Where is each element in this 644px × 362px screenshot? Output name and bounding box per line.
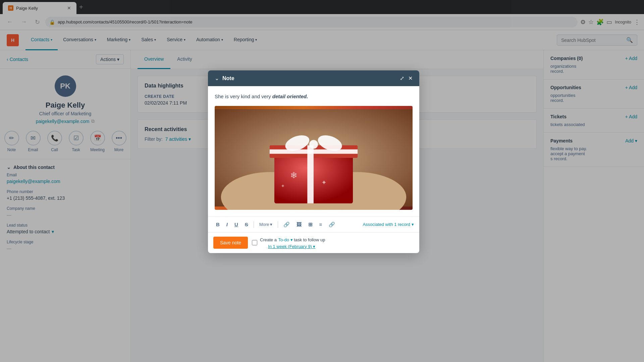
modal-collapse-button[interactable]: ⌄	[215, 75, 219, 81]
toolbar-separator-1	[254, 221, 254, 228]
modal-close-button[interactable]: ✕	[408, 75, 413, 81]
modal-expand-button[interactable]: ⤢	[400, 75, 404, 81]
save-note-button[interactable]: Save note	[213, 237, 248, 249]
associated-record-button[interactable]: Associated with 1 record ▾	[363, 222, 414, 227]
modal-footer: Save note Create a To-do ▾ task to follo…	[208, 232, 419, 253]
modal-title: Note	[222, 75, 234, 81]
modal-header: ⌄ Note ⤢ ✕	[208, 70, 419, 86]
todo-type-button[interactable]: To-do ▾	[278, 237, 294, 242]
embed-button[interactable]: ⊞	[306, 220, 315, 229]
note-modal: ⌄ Note ⤢ ✕ She is very kind and very det…	[208, 70, 419, 253]
image-button[interactable]: 🖼	[294, 220, 304, 229]
todo-section: Create a To-do ▾ task to follow up In 1 …	[252, 237, 414, 249]
svg-text:✦: ✦	[321, 179, 327, 186]
todo-date-caret-icon: ▾	[313, 244, 315, 249]
todo-date-button[interactable]: In 1 week (February 9) ▾	[268, 244, 325, 249]
underline-button[interactable]: U	[232, 220, 241, 229]
todo-checkbox[interactable]	[252, 240, 257, 245]
toolbar-separator-2	[278, 221, 278, 228]
more-caret-icon: ▾	[270, 222, 272, 227]
svg-point-10	[309, 140, 318, 148]
modal-header-right: ⤢ ✕	[400, 75, 413, 81]
link-button[interactable]: 🔗	[281, 220, 292, 229]
modal-body: She is very kind and very detail oriente…	[208, 86, 419, 217]
more-formatting-button[interactable]: More ▾	[257, 221, 275, 228]
note-text-content: She is very kind and very detail oriente…	[215, 93, 413, 101]
todo-type-caret-icon: ▾	[290, 237, 293, 242]
svg-text:✦: ✦	[281, 183, 285, 188]
list-button[interactable]: ≡	[317, 220, 325, 229]
svg-rect-7	[270, 149, 358, 154]
associated-caret-icon: ▾	[412, 222, 414, 227]
bold-button[interactable]: B	[213, 220, 222, 229]
modal-header-left: ⌄ Note	[215, 75, 234, 81]
todo-text-group: Create a To-do ▾ task to follow up In 1 …	[260, 237, 325, 249]
attachment-button[interactable]: 🔗	[326, 220, 338, 229]
italic-button[interactable]: I	[224, 220, 230, 229]
todo-text-suffix: task to follow up	[294, 237, 325, 242]
modal-toolbar: B I U S More ▾ 🔗 🖼 ⊞ ≡ 🔗 Associated with…	[208, 217, 419, 232]
todo-text-prefix: Create a	[260, 237, 277, 242]
strikethrough-button[interactable]: S	[242, 220, 251, 229]
svg-text:❄: ❄	[290, 170, 298, 180]
note-image: ❄ ✦ ✦	[215, 106, 413, 210]
